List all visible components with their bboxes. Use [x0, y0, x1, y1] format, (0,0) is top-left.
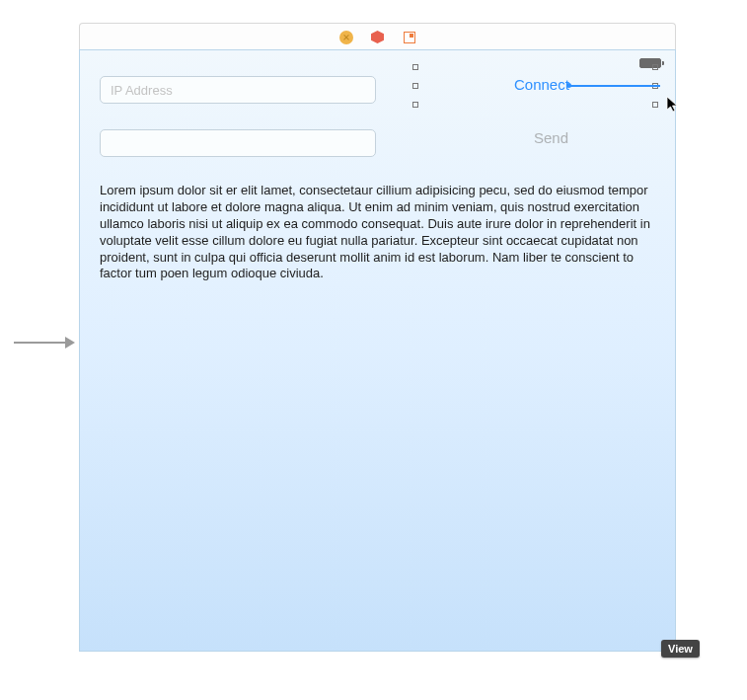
pointer-arrow — [14, 342, 73, 344]
layout-tool-icon[interactable] — [403, 31, 416, 44]
ip-address-input[interactable] — [100, 76, 376, 104]
constraint-indicator — [569, 85, 660, 87]
ib-canvas-view[interactable]: Connect Send Lorem ipsum dolor sit er el… — [79, 49, 676, 652]
cube-tool-icon[interactable] — [371, 31, 385, 44]
connect-button[interactable]: Connect — [514, 76, 569, 93]
window-titlebar — [79, 23, 676, 50]
text-view[interactable]: Lorem ipsum dolor sit er elit lamet, con… — [100, 183, 655, 282]
send-button[interactable]: Send — [534, 129, 568, 146]
mouse-cursor — [666, 96, 680, 114]
resize-handle[interactable] — [412, 83, 418, 89]
resize-handle[interactable] — [652, 102, 658, 108]
hover-tooltip: View — [661, 640, 700, 658]
message-input[interactable] — [100, 129, 376, 157]
resize-handle[interactable] — [412, 64, 418, 70]
resize-handle[interactable] — [412, 102, 418, 108]
resize-handle[interactable] — [652, 64, 658, 70]
connect-button-bounds[interactable]: Connect — [415, 66, 655, 106]
close-warning-icon[interactable] — [339, 31, 353, 44]
